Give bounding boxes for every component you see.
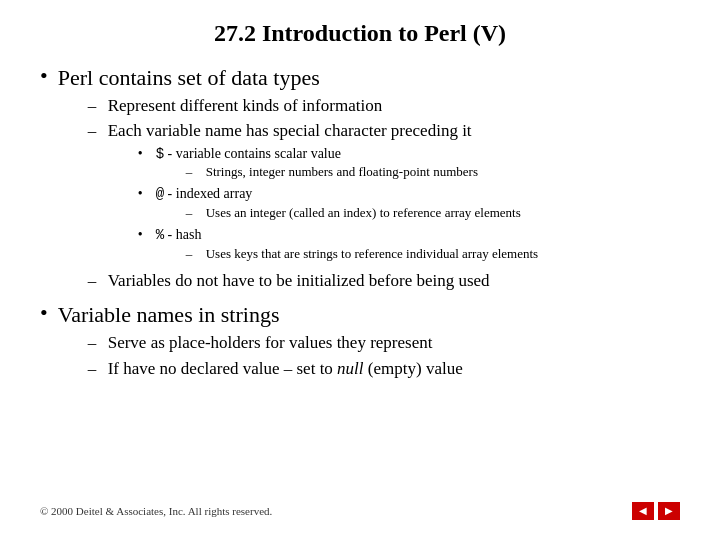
percent-code: %: [156, 227, 164, 243]
at-sub-1: – Uses an integer (called an index) to r…: [186, 205, 521, 222]
bullet-1-sub-3: – Variables do not have to be initialize…: [88, 270, 538, 292]
copyright-text: © 2000 Deitel & Associates, Inc. All rig…: [40, 505, 272, 517]
bullet-l2-marker-1: •: [138, 145, 148, 164]
bullet-l2-marker-2: •: [138, 185, 148, 204]
percent-sub-text: Uses keys that are strings to reference …: [206, 246, 538, 263]
bullet-2-text: Variable names in strings: [58, 302, 280, 327]
next-button[interactable]: ▶: [658, 502, 680, 520]
dash-b2-1-marker: –: [88, 332, 100, 354]
bullet-at: • @ - indexed array – Uses an integer (c…: [138, 185, 538, 224]
dollar-sublist: – Strings, integer numbers and floating-…: [186, 164, 478, 181]
percent-text: - hash: [168, 227, 202, 242]
dash-b2-2-marker: –: [88, 358, 100, 380]
bullet-1: • Perl contains set of data types – Repr…: [40, 65, 680, 296]
slide: 27.2 Introduction to Perl (V) • Perl con…: [0, 0, 720, 540]
nav-buttons: ◀ ▶: [632, 502, 680, 520]
dash-3-marker: –: [88, 270, 100, 292]
at-dash: –: [186, 205, 198, 222]
prev-button[interactable]: ◀: [632, 502, 654, 520]
level3-list: • $ - variable contains scalar value – S…: [138, 145, 538, 265]
dollar-sub-1: – Strings, integer numbers and floating-…: [186, 164, 478, 181]
dash-1-marker: –: [88, 95, 100, 117]
dash-3-text: Variables do not have to be initialized …: [108, 270, 490, 292]
dash-b2-2-text: If have no declared value – set to null …: [108, 358, 463, 380]
bullet-dollar: • $ - variable contains scalar value – S…: [138, 145, 538, 184]
bullet-1-text: Perl contains set of data types: [58, 65, 320, 90]
bullet-2-sublist: – Serve as place-holders for values they…: [88, 332, 463, 379]
at-sub-text: Uses an integer (called an index) to ref…: [206, 205, 521, 222]
dash-2-text: Each variable name has special character…: [108, 121, 472, 140]
bullet-1-sublist: – Represent different kinds of informati…: [88, 95, 538, 292]
at-code: @: [156, 186, 164, 202]
null-italic: null: [337, 359, 363, 378]
bullet-2-marker: •: [40, 300, 48, 326]
dollar-text: - variable contains scalar value: [168, 146, 341, 161]
bullet-1-sub-2: – Each variable name has special charact…: [88, 120, 538, 266]
bullet-percent: • % - hash – Uses keys that are strings …: [138, 226, 538, 265]
dollar-dash: –: [186, 164, 198, 181]
dollar-sub-text: Strings, integer numbers and floating-po…: [206, 164, 478, 181]
prev-arrow: ◀: [639, 506, 647, 516]
bullet-l2-marker-3: •: [138, 226, 148, 245]
at-text: - indexed array: [168, 186, 253, 201]
bullet-1-sub-1: – Represent different kinds of informati…: [88, 95, 538, 117]
percent-sublist: – Uses keys that are strings to referenc…: [186, 246, 538, 263]
percent-sub-1: – Uses keys that are strings to referenc…: [186, 246, 538, 263]
slide-content: • Perl contains set of data types – Repr…: [40, 65, 680, 492]
slide-title: 27.2 Introduction to Perl (V): [40, 20, 680, 47]
next-arrow: ▶: [665, 506, 673, 516]
at-sublist: – Uses an integer (called an index) to r…: [186, 205, 521, 222]
bullet-1-marker: •: [40, 63, 48, 89]
dash-b2-1-text: Serve as place-holders for values they r…: [108, 332, 433, 354]
dash-1-text: Represent different kinds of information: [108, 95, 382, 117]
percent-dash: –: [186, 246, 198, 263]
bullet-2: • Variable names in strings – Serve as p…: [40, 302, 680, 384]
dash-2-marker: –: [88, 120, 100, 142]
bullet-2-sub-2: – If have no declared value – set to nul…: [88, 358, 463, 380]
slide-footer: © 2000 Deitel & Associates, Inc. All rig…: [40, 502, 680, 520]
bullet-2-sub-1: – Serve as place-holders for values they…: [88, 332, 463, 354]
dollar-code: $: [156, 146, 164, 162]
